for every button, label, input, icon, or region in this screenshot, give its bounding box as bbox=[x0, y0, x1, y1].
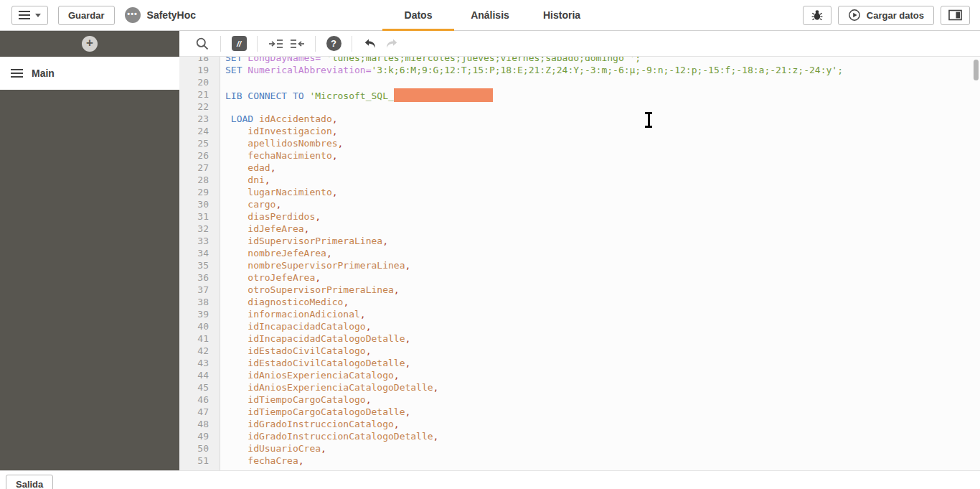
code-line[interactable]: 33 idSupervisorPrimeraLinea, bbox=[179, 235, 980, 247]
code-line[interactable]: 26 fechaNacimiento, bbox=[179, 149, 980, 162]
line-number: 33 bbox=[179, 235, 220, 247]
code-line[interactable]: 32 idJefeArea, bbox=[179, 223, 980, 235]
code-line[interactable]: 18SET LongDayNames= 'lunes;martes;miérco… bbox=[179, 57, 980, 64]
vertical-scrollbar-thumb[interactable] bbox=[974, 60, 979, 80]
line-number: 49 bbox=[179, 430, 220, 442]
app-title: ••• SafetyHoc bbox=[125, 7, 196, 23]
code-line[interactable]: 41 idIncapacidadCatalogoDetalle, bbox=[179, 332, 980, 345]
add-section-button[interactable]: + bbox=[82, 36, 98, 52]
code-line[interactable]: 28 dni, bbox=[179, 174, 980, 186]
line-number: 28 bbox=[179, 174, 220, 186]
debug-button[interactable] bbox=[803, 6, 831, 25]
line-number: 34 bbox=[179, 247, 220, 259]
toolbar-divider bbox=[352, 36, 352, 52]
line-number: 18 bbox=[179, 57, 220, 64]
line-number: 46 bbox=[179, 393, 220, 406]
code-line[interactable]: 37 otroSupervisorPrimeraLinea, bbox=[179, 284, 980, 296]
code-line[interactable]: 38 diagnosticoMedico, bbox=[179, 296, 980, 308]
load-data-label: Cargar datos bbox=[867, 10, 924, 21]
tab-datos[interactable]: Datos bbox=[382, 0, 454, 31]
code-line[interactable]: 23 LOAD idAccidentado, bbox=[179, 113, 980, 125]
line-number: 21 bbox=[179, 88, 220, 101]
line-number: 20 bbox=[179, 76, 220, 88]
code-line[interactable]: 40 idIncapacidadCatalogo, bbox=[179, 320, 980, 332]
line-number: 26 bbox=[179, 149, 220, 162]
line-number: 38 bbox=[179, 296, 220, 308]
code-line[interactable]: 34 nombreJefeArea, bbox=[179, 247, 980, 259]
line-number: 30 bbox=[179, 198, 220, 210]
code-line[interactable]: 19SET NumericalAbbreviation='3:k;6:M;9:G… bbox=[179, 64, 980, 76]
line-number: 51 bbox=[179, 455, 220, 467]
tab-analisis[interactable]: Análisis bbox=[454, 0, 526, 31]
outdent-button[interactable] bbox=[286, 33, 308, 55]
search-icon bbox=[195, 37, 209, 51]
line-number: 27 bbox=[179, 162, 220, 174]
comment-icon: // bbox=[232, 36, 247, 51]
line-number: 39 bbox=[179, 308, 220, 320]
indent-button[interactable] bbox=[265, 33, 286, 55]
line-number: 32 bbox=[179, 223, 220, 235]
code-line[interactable]: 46 idTiempoCargoCatalogo, bbox=[179, 393, 980, 406]
code-line[interactable]: 49 idGradoInstruccionCatalogoDetalle, bbox=[179, 430, 980, 442]
line-number: 40 bbox=[179, 320, 220, 332]
help-icon: ? bbox=[326, 36, 341, 51]
code-line[interactable]: 25 apellidosNombres, bbox=[179, 137, 980, 149]
code-line[interactable]: 21LIB CONNECT TO 'Microsoft_SQL_ bbox=[179, 88, 980, 101]
section-label: Main bbox=[32, 67, 55, 79]
save-button[interactable]: Guardar bbox=[58, 6, 115, 25]
code-line[interactable]: 42 idEstadoCivilCatalogo, bbox=[179, 345, 980, 357]
code-line[interactable]: 24 idInvestigacion, bbox=[179, 125, 980, 137]
line-number: 45 bbox=[179, 381, 220, 393]
play-circle-icon bbox=[848, 9, 861, 22]
line-number: 31 bbox=[179, 210, 220, 223]
output-button[interactable]: Salida bbox=[6, 475, 53, 489]
line-number: 44 bbox=[179, 369, 220, 381]
line-number: 22 bbox=[179, 101, 220, 113]
line-number: 37 bbox=[179, 284, 220, 296]
code-line[interactable]: 29 lugarNacimiento, bbox=[179, 186, 980, 198]
tab-historia[interactable]: Historia bbox=[526, 0, 598, 31]
editor-toolbar: // ? bbox=[179, 31, 980, 57]
code-line[interactable]: 50 idUsuarioCrea, bbox=[179, 442, 980, 455]
code-line[interactable]: 36 otroJefeArea, bbox=[179, 271, 980, 284]
top-bar: Guardar ••• SafetyHoc Datos Análisis His… bbox=[0, 0, 980, 31]
code-line[interactable]: 27 edad, bbox=[179, 162, 980, 174]
view-tabs: Datos Análisis Historia bbox=[382, 0, 598, 31]
indent-icon bbox=[268, 38, 283, 50]
redo-button[interactable] bbox=[381, 33, 402, 55]
code-line[interactable]: 30 cargo, bbox=[179, 198, 980, 210]
code-line[interactable]: 51 fechaCrea, bbox=[179, 455, 980, 467]
line-number: 41 bbox=[179, 332, 220, 345]
code-line[interactable]: 39 informacionAdicional, bbox=[179, 308, 980, 320]
section-grip-icon bbox=[11, 69, 23, 78]
split-view-icon bbox=[948, 9, 962, 21]
sections-header: + bbox=[0, 31, 179, 57]
code-line[interactable]: 35 nombreSupervisorPrimeraLinea, bbox=[179, 259, 980, 271]
code-line[interactable]: 31 diasPerdidos, bbox=[179, 210, 980, 223]
code-line[interactable]: 44 idAniosExperienciaCatalogo, bbox=[179, 369, 980, 381]
line-number: 50 bbox=[179, 442, 220, 455]
code-line[interactable]: 43 idEstadoCivilCatalogoDetalle, bbox=[179, 357, 980, 369]
load-data-button[interactable]: Cargar datos bbox=[838, 6, 934, 25]
help-button[interactable]: ? bbox=[323, 33, 344, 55]
bottom-bar: Salida bbox=[0, 470, 980, 489]
navigation-menu-button[interactable] bbox=[11, 6, 48, 25]
toggle-panel-button[interactable] bbox=[941, 6, 970, 25]
redo-icon bbox=[385, 37, 399, 50]
code-line[interactable]: 45 idAniosExperienciaCatalogoDetalle, bbox=[179, 381, 980, 393]
bug-icon bbox=[811, 9, 824, 22]
undo-button[interactable] bbox=[359, 33, 381, 55]
code-line[interactable]: 20 bbox=[179, 76, 980, 88]
search-button[interactable] bbox=[192, 33, 213, 55]
app-thumbnail-icon: ••• bbox=[125, 7, 141, 23]
code-line[interactable]: 22 bbox=[179, 101, 980, 113]
code-line[interactable]: 47 idTiempoCargoCatalogoDetalle, bbox=[179, 406, 980, 418]
app-name: SafetyHoc bbox=[147, 9, 196, 21]
code-line[interactable]: 48 idGradoInstruccionCatalogo, bbox=[179, 418, 980, 430]
redacted-connection-name bbox=[394, 88, 493, 102]
toolbar-divider bbox=[220, 36, 221, 52]
line-number: 36 bbox=[179, 271, 220, 284]
sidebar-item-main[interactable]: Main bbox=[0, 57, 179, 90]
script-editor[interactable]: 18SET LongDayNames= 'lunes;martes;miérco… bbox=[179, 57, 980, 470]
comment-button[interactable]: // bbox=[228, 33, 250, 55]
